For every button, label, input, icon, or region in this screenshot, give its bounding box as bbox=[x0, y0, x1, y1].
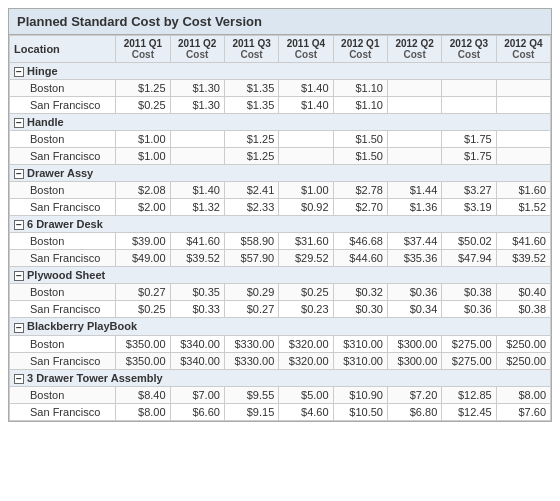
value-cell: $0.25 bbox=[116, 97, 170, 114]
value-cell: $7.00 bbox=[170, 386, 224, 403]
value-cell: $0.32 bbox=[333, 284, 387, 301]
cost-table: Location 2011 Q1Cost 2011 Q2Cost 2011 Q3… bbox=[9, 35, 551, 421]
col-header-2012q3: 2012 Q3Cost bbox=[442, 36, 496, 63]
value-cell bbox=[387, 97, 441, 114]
value-cell: $4.60 bbox=[279, 403, 333, 420]
value-cell: $1.50 bbox=[333, 148, 387, 165]
group-label[interactable]: −Handle bbox=[10, 114, 551, 131]
group-label[interactable]: −Blackberry PlayBook bbox=[10, 318, 551, 335]
table-row: Boston$1.00$1.25$1.50$1.75 bbox=[10, 131, 551, 148]
col-header-2011q3: 2011 Q3Cost bbox=[224, 36, 278, 63]
value-cell: $29.52 bbox=[279, 250, 333, 267]
value-cell: $0.38 bbox=[442, 284, 496, 301]
city-cell: Boston bbox=[10, 131, 116, 148]
value-cell: $1.75 bbox=[442, 131, 496, 148]
value-cell: $0.34 bbox=[387, 301, 441, 318]
value-cell: $350.00 bbox=[116, 352, 170, 369]
table-row: Boston$1.25$1.30$1.35$1.40$1.10 bbox=[10, 80, 551, 97]
value-cell: $50.02 bbox=[442, 233, 496, 250]
value-cell: $1.52 bbox=[496, 199, 550, 216]
table-row: Boston$350.00$340.00$330.00$320.00$310.0… bbox=[10, 335, 551, 352]
group-row: −Drawer Assy bbox=[10, 165, 551, 182]
main-panel: Planned Standard Cost by Cost Version Lo… bbox=[8, 8, 552, 422]
collapse-icon[interactable]: − bbox=[14, 323, 24, 333]
col-header-2012q1: 2012 Q1Cost bbox=[333, 36, 387, 63]
value-cell: $8.40 bbox=[116, 386, 170, 403]
value-cell: $320.00 bbox=[279, 335, 333, 352]
value-cell bbox=[496, 97, 550, 114]
value-cell: $330.00 bbox=[224, 352, 278, 369]
city-cell: San Francisco bbox=[10, 352, 116, 369]
value-cell: $6.80 bbox=[387, 403, 441, 420]
value-cell: $10.90 bbox=[333, 386, 387, 403]
value-cell bbox=[279, 148, 333, 165]
collapse-icon[interactable]: − bbox=[14, 118, 24, 128]
col-header-location: Location bbox=[10, 36, 116, 63]
value-cell: $41.60 bbox=[496, 233, 550, 250]
group-row: −Blackberry PlayBook bbox=[10, 318, 551, 335]
table-row: San Francisco$1.00$1.25$1.50$1.75 bbox=[10, 148, 551, 165]
value-cell: $0.23 bbox=[279, 301, 333, 318]
value-cell: $275.00 bbox=[442, 335, 496, 352]
city-cell: San Francisco bbox=[10, 148, 116, 165]
value-cell: $0.25 bbox=[116, 301, 170, 318]
collapse-icon[interactable]: − bbox=[14, 67, 24, 77]
group-label[interactable]: −Drawer Assy bbox=[10, 165, 551, 182]
value-cell: $1.36 bbox=[387, 199, 441, 216]
value-cell: $31.60 bbox=[279, 233, 333, 250]
value-cell: $1.00 bbox=[116, 131, 170, 148]
value-cell: $1.10 bbox=[333, 97, 387, 114]
city-cell: Boston bbox=[10, 386, 116, 403]
table-row: Boston$8.40$7.00$9.55$5.00$10.90$7.20$12… bbox=[10, 386, 551, 403]
col-header-2012q4: 2012 Q4Cost bbox=[496, 36, 550, 63]
value-cell: $9.15 bbox=[224, 403, 278, 420]
group-label[interactable]: −3 Drawer Tower Assembly bbox=[10, 369, 551, 386]
value-cell: $2.41 bbox=[224, 182, 278, 199]
value-cell: $250.00 bbox=[496, 335, 550, 352]
value-cell: $1.25 bbox=[224, 131, 278, 148]
value-cell: $39.52 bbox=[496, 250, 550, 267]
value-cell: $41.60 bbox=[170, 233, 224, 250]
value-cell: $1.60 bbox=[496, 182, 550, 199]
value-cell: $49.00 bbox=[116, 250, 170, 267]
value-cell: $250.00 bbox=[496, 352, 550, 369]
value-cell: $37.44 bbox=[387, 233, 441, 250]
value-cell: $47.94 bbox=[442, 250, 496, 267]
value-cell: $8.00 bbox=[116, 403, 170, 420]
value-cell: $1.30 bbox=[170, 97, 224, 114]
group-label[interactable]: −6 Drawer Desk bbox=[10, 216, 551, 233]
value-cell: $12.45 bbox=[442, 403, 496, 420]
city-cell: San Francisco bbox=[10, 301, 116, 318]
collapse-icon[interactable]: − bbox=[14, 220, 24, 230]
group-row: −Plywood Sheet bbox=[10, 267, 551, 284]
value-cell: $3.19 bbox=[442, 199, 496, 216]
table-row: San Francisco$2.00$1.32$2.33$0.92$2.70$1… bbox=[10, 199, 551, 216]
collapse-icon[interactable]: − bbox=[14, 271, 24, 281]
value-cell: $1.35 bbox=[224, 80, 278, 97]
value-cell: $1.10 bbox=[333, 80, 387, 97]
col-header-2011q1: 2011 Q1Cost bbox=[116, 36, 170, 63]
value-cell: $2.78 bbox=[333, 182, 387, 199]
value-cell: $340.00 bbox=[170, 352, 224, 369]
collapse-icon[interactable]: − bbox=[14, 169, 24, 179]
value-cell: $6.60 bbox=[170, 403, 224, 420]
value-cell: $0.27 bbox=[116, 284, 170, 301]
city-cell: Boston bbox=[10, 233, 116, 250]
value-cell: $5.00 bbox=[279, 386, 333, 403]
city-cell: Boston bbox=[10, 182, 116, 199]
value-cell: $8.00 bbox=[496, 386, 550, 403]
value-cell: $340.00 bbox=[170, 335, 224, 352]
group-label[interactable]: −Hinge bbox=[10, 63, 551, 80]
value-cell: $2.70 bbox=[333, 199, 387, 216]
value-cell: $275.00 bbox=[442, 352, 496, 369]
table-row: San Francisco$0.25$0.33$0.27$0.23$0.30$0… bbox=[10, 301, 551, 318]
group-label[interactable]: −Plywood Sheet bbox=[10, 267, 551, 284]
value-cell: $2.08 bbox=[116, 182, 170, 199]
city-cell: San Francisco bbox=[10, 250, 116, 267]
collapse-icon[interactable]: − bbox=[14, 374, 24, 384]
value-cell bbox=[387, 148, 441, 165]
group-row: −3 Drawer Tower Assembly bbox=[10, 369, 551, 386]
value-cell: $58.90 bbox=[224, 233, 278, 250]
table-row: San Francisco$49.00$39.52$57.90$29.52$44… bbox=[10, 250, 551, 267]
value-cell: $9.55 bbox=[224, 386, 278, 403]
